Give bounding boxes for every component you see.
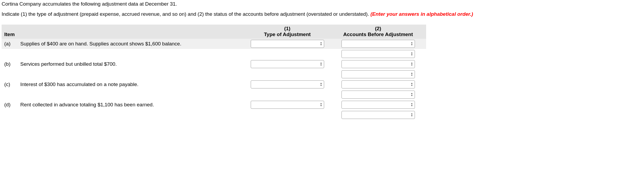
row-desc: Rent collected in advance totaling $1,10… — [18, 100, 245, 110]
adjustment-table: Item (1) Type of Adjustment (2) Accounts… — [2, 25, 426, 120]
type-select-a[interactable]: ▲▼ — [251, 40, 324, 48]
row-letter: (b) — [2, 59, 18, 69]
instruction-text: Indicate (1) the type of adjustment (pre… — [2, 11, 644, 18]
table-row: (b) Services performed but unbilled tota… — [2, 59, 426, 69]
type-select-b[interactable]: ▲▼ — [251, 60, 324, 68]
spinner-icon: ▲▼ — [411, 62, 413, 66]
spinner-icon: ▲▼ — [320, 42, 322, 46]
accounts-select-a1[interactable]: ▲▼ — [341, 40, 415, 48]
accounts-select-b1[interactable]: ▲▼ — [341, 60, 415, 68]
header-col1-label: Type of Adjustment — [264, 32, 311, 37]
row-letter: (a) — [2, 39, 18, 49]
accounts-select-d1[interactable]: ▲▼ — [341, 101, 415, 109]
table-row-extra: ▲▼ — [2, 90, 426, 100]
row-desc: Interest of $300 has accumulated on a no… — [18, 79, 245, 90]
intro-text: Cortina Company accumulates the followin… — [2, 1, 644, 7]
instruction-red: (Enter your answers in alphabetical orde… — [370, 11, 473, 17]
header-col2-num: (2) — [375, 26, 381, 31]
header-item: Item — [2, 25, 245, 39]
table-row-extra: ▲▼ — [2, 49, 426, 59]
spinner-icon: ▲▼ — [411, 52, 413, 56]
row-desc: Services performed but unbilled total $7… — [18, 59, 245, 69]
row-letter: (c) — [2, 79, 18, 90]
spinner-icon: ▲▼ — [320, 83, 322, 86]
accounts-select-c1[interactable]: ▲▼ — [341, 80, 415, 88]
spinner-icon: ▲▼ — [411, 72, 413, 76]
table-row-extra: ▲▼ — [2, 69, 426, 79]
spinner-icon: ▲▼ — [411, 103, 413, 107]
accounts-select-d2[interactable]: ▲▼ — [341, 111, 415, 119]
spinner-icon: ▲▼ — [411, 83, 413, 86]
table-row: (d) Rent collected in advance totaling $… — [2, 100, 426, 110]
type-select-c[interactable]: ▲▼ — [251, 80, 324, 88]
type-select-d[interactable]: ▲▼ — [251, 101, 324, 109]
header-accounts: (2) Accounts Before Adjustment — [330, 25, 426, 39]
spinner-icon: ▲▼ — [411, 93, 413, 96]
accounts-select-b2[interactable]: ▲▼ — [341, 70, 415, 78]
spinner-icon: ▲▼ — [320, 103, 322, 107]
header-type: (1) Type of Adjustment — [245, 25, 330, 39]
spinner-icon: ▲▼ — [411, 113, 413, 117]
accounts-select-c2[interactable]: ▲▼ — [341, 91, 415, 99]
header-col1-num: (1) — [284, 26, 290, 31]
instruction-prefix: Indicate (1) the type of adjustment (pre… — [2, 11, 370, 17]
table-row: (a) Supplies of $400 are on hand. Suppli… — [2, 39, 426, 49]
spinner-icon: ▲▼ — [320, 62, 322, 66]
row-desc: Supplies of $400 are on hand. Supplies a… — [18, 39, 245, 49]
spinner-icon: ▲▼ — [411, 42, 413, 46]
row-letter: (d) — [2, 100, 18, 110]
header-col2-label: Accounts Before Adjustment — [343, 32, 413, 37]
table-row: (c) Interest of $300 has accumulated on … — [2, 79, 426, 90]
table-row-extra: ▲▼ — [2, 110, 426, 120]
accounts-select-a2[interactable]: ▲▼ — [341, 50, 415, 58]
